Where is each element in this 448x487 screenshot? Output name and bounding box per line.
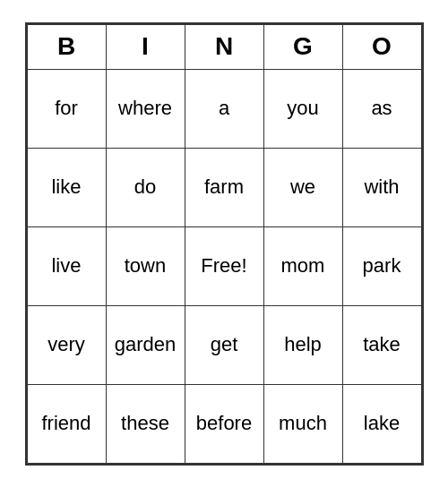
table-row: forwhereayouas <box>27 69 421 148</box>
bingo-cell: with <box>342 148 421 226</box>
bingo-cell: a <box>185 69 263 148</box>
bingo-cell: help <box>263 305 342 384</box>
bingo-cell: mom <box>263 226 342 305</box>
bingo-cell: much <box>263 384 342 463</box>
bingo-cell: live <box>27 226 106 305</box>
header-cell: N <box>185 24 263 69</box>
bingo-cell: where <box>106 69 185 148</box>
bingo-cell: very <box>27 305 106 384</box>
bingo-cell: for <box>27 69 106 148</box>
table-row: likedofarmwewith <box>27 148 421 226</box>
header-cell: G <box>263 24 342 69</box>
header-cell: I <box>106 24 185 69</box>
bingo-cell: get <box>185 305 263 384</box>
bingo-cell: garden <box>106 305 185 384</box>
table-row: livetownFree!mompark <box>27 226 421 305</box>
table-row: verygardengethelptake <box>27 305 421 384</box>
bingo-cell: as <box>342 69 421 148</box>
bingo-cell: do <box>106 148 185 226</box>
bingo-cell: we <box>263 148 342 226</box>
table-row: friendthesebeforemuchlake <box>27 384 421 463</box>
header-cell: B <box>27 24 106 69</box>
bingo-cell: take <box>342 305 421 384</box>
bingo-cell: lake <box>342 384 421 463</box>
bingo-cell: farm <box>185 148 263 226</box>
bingo-card: BINGO forwhereayouaslikedofarmwewithlive… <box>25 22 424 466</box>
bingo-cell: Free! <box>185 226 263 305</box>
bingo-cell: these <box>106 384 185 463</box>
bingo-cell: before <box>185 384 263 463</box>
header-row: BINGO <box>27 24 421 69</box>
bingo-cell: friend <box>27 384 106 463</box>
bingo-cell: like <box>27 148 106 226</box>
bingo-cell: you <box>263 69 342 148</box>
header-cell: O <box>342 24 421 69</box>
bingo-cell: town <box>106 226 185 305</box>
bingo-cell: park <box>342 226 421 305</box>
bingo-table: BINGO forwhereayouaslikedofarmwewithlive… <box>27 24 422 464</box>
